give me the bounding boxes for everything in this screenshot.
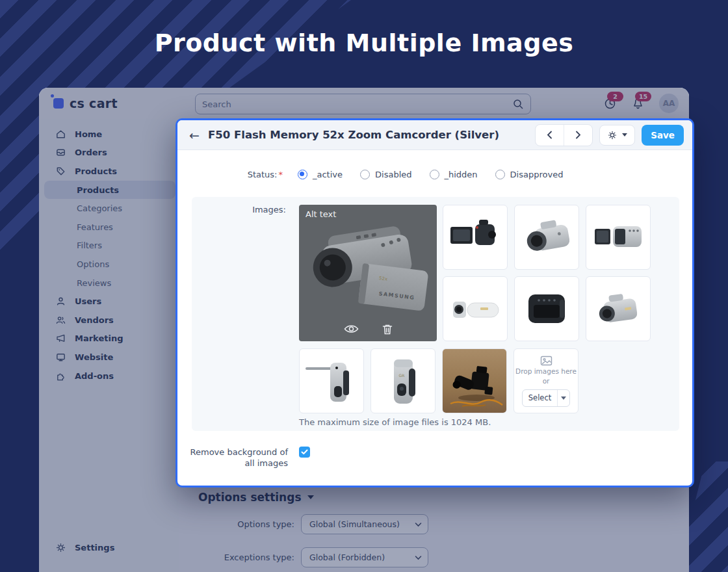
- prev-next-group: [535, 124, 593, 146]
- select-button[interactable]: Select: [523, 390, 557, 406]
- back-arrow-button[interactable]: ←: [186, 127, 203, 144]
- delete-trash-icon[interactable]: [382, 324, 393, 335]
- product-thumbnail-5[interactable]: [514, 276, 579, 341]
- image-placeholder-icon: [540, 356, 552, 366]
- modal-header: ← F50 Flash Memory 52x Zoom Camcorder (S…: [177, 120, 692, 150]
- check-icon: [301, 449, 308, 455]
- product-thumbnail-1[interactable]: [443, 205, 508, 270]
- modal-header-actions: Save: [535, 124, 684, 146]
- dropzone-text-line1: Drop images here: [515, 367, 577, 376]
- camcorder-photo-main: SAMSUNG 52x: [299, 205, 437, 341]
- product-thumbnail-6[interactable]: [586, 276, 651, 341]
- dropzone-text-line2: or: [543, 377, 550, 385]
- settings-dropdown-button[interactable]: [599, 125, 635, 146]
- status-radio-hidden[interactable]: _hidden: [430, 170, 478, 179]
- previous-product-button[interactable]: [536, 125, 564, 146]
- required-mark: *: [279, 170, 283, 179]
- status-radio-active[interactable]: _active: [298, 170, 343, 179]
- save-button[interactable]: Save: [642, 125, 684, 146]
- images-label: Images:: [192, 205, 286, 214]
- select-caret-button[interactable]: [557, 390, 569, 406]
- gear-icon: [607, 130, 618, 140]
- product-thumbnail-3[interactable]: [586, 205, 651, 270]
- svg-text:GR: GR: [399, 373, 405, 378]
- remove-background-checkbox[interactable]: [299, 447, 310, 458]
- image-hover-controls: [299, 324, 437, 335]
- screenshot-canvas: Product with Multiple Images cs cart: [0, 0, 728, 572]
- next-product-button[interactable]: [564, 125, 592, 146]
- remove-background-label: Remove background of all images: [177, 447, 288, 469]
- preview-eye-icon[interactable]: [344, 324, 359, 335]
- max-size-note: The maximum size of image files is 1024 …: [299, 417, 491, 427]
- product-title: F50 Flash Memory 52x Zoom Camcorder (Sil…: [208, 129, 499, 141]
- svg-text:52x: 52x: [379, 276, 388, 282]
- status-label: Status:*: [177, 170, 283, 179]
- alt-text-label: Alt text: [306, 209, 336, 219]
- status-radio-disabled[interactable]: Disabled: [360, 170, 411, 179]
- select-split-button: Select: [522, 389, 570, 407]
- status-radios: _active Disabled _hidden Disapproved: [298, 170, 563, 179]
- image-dropzone[interactable]: Drop images here or Select: [514, 348, 578, 413]
- page-title: Product with Multiple Images: [0, 29, 728, 57]
- status-row: Status:* _active Disabled _hidden Disapp…: [177, 167, 692, 181]
- product-thumbnail-8[interactable]: GR: [370, 348, 436, 413]
- remove-background-row: Remove background of all images: [177, 447, 310, 469]
- product-edit-modal: ← F50 Flash Memory 52x Zoom Camcorder (S…: [176, 118, 694, 488]
- status-radio-disapproved[interactable]: Disapproved: [495, 170, 564, 179]
- product-thumbnail-7[interactable]: [299, 348, 364, 413]
- main-product-image[interactable]: Alt text: [299, 205, 437, 341]
- caret-down-icon: [622, 133, 627, 136]
- product-thumbnail-2[interactable]: [514, 205, 579, 270]
- images-panel: Images: Alt text: [192, 197, 679, 431]
- product-thumbnail-9-dslr-photo[interactable]: [442, 348, 507, 413]
- product-thumbnail-4[interactable]: [443, 276, 508, 341]
